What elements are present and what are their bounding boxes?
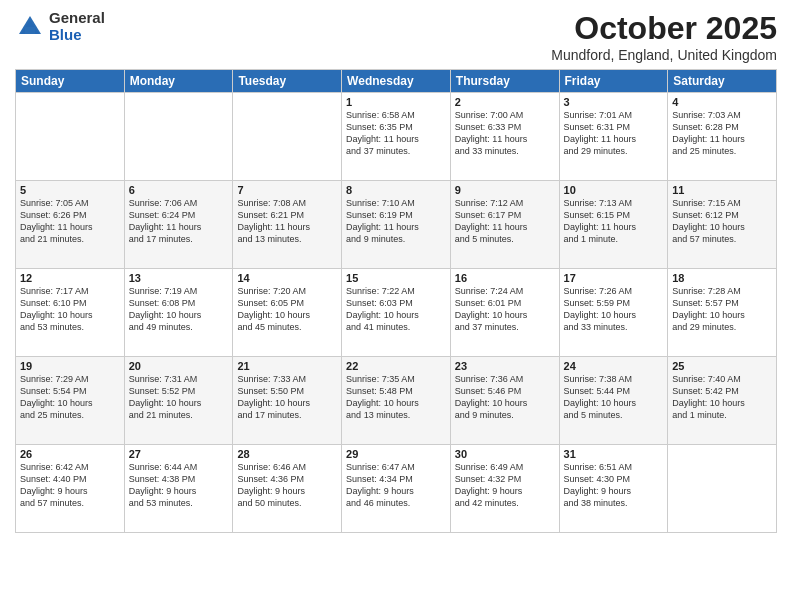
day-number: 29 xyxy=(346,448,446,460)
table-row xyxy=(16,93,125,181)
day-info: Sunrise: 7:40 AM Sunset: 5:42 PM Dayligh… xyxy=(672,373,772,422)
table-row: 5Sunrise: 7:05 AM Sunset: 6:26 PM Daylig… xyxy=(16,181,125,269)
table-row: 9Sunrise: 7:12 AM Sunset: 6:17 PM Daylig… xyxy=(450,181,559,269)
day-number: 5 xyxy=(20,184,120,196)
day-number: 14 xyxy=(237,272,337,284)
table-row: 4Sunrise: 7:03 AM Sunset: 6:28 PM Daylig… xyxy=(668,93,777,181)
day-number: 12 xyxy=(20,272,120,284)
day-number: 6 xyxy=(129,184,229,196)
col-monday: Monday xyxy=(124,70,233,93)
logo: General Blue xyxy=(15,10,105,43)
col-thursday: Thursday xyxy=(450,70,559,93)
day-number: 11 xyxy=(672,184,772,196)
day-number: 27 xyxy=(129,448,229,460)
logo-icon xyxy=(15,12,45,42)
table-row: 16Sunrise: 7:24 AM Sunset: 6:01 PM Dayli… xyxy=(450,269,559,357)
table-row: 14Sunrise: 7:20 AM Sunset: 6:05 PM Dayli… xyxy=(233,269,342,357)
day-info: Sunrise: 7:06 AM Sunset: 6:24 PM Dayligh… xyxy=(129,197,229,246)
day-number: 2 xyxy=(455,96,555,108)
day-number: 13 xyxy=(129,272,229,284)
table-row xyxy=(233,93,342,181)
table-row: 11Sunrise: 7:15 AM Sunset: 6:12 PM Dayli… xyxy=(668,181,777,269)
table-row: 2Sunrise: 7:00 AM Sunset: 6:33 PM Daylig… xyxy=(450,93,559,181)
page: General Blue October 2025 Mundford, Engl… xyxy=(0,0,792,612)
day-info: Sunrise: 6:58 AM Sunset: 6:35 PM Dayligh… xyxy=(346,109,446,158)
table-row xyxy=(668,445,777,533)
logo-text: General Blue xyxy=(49,10,105,43)
day-number: 19 xyxy=(20,360,120,372)
day-info: Sunrise: 7:26 AM Sunset: 5:59 PM Dayligh… xyxy=(564,285,664,334)
day-number: 4 xyxy=(672,96,772,108)
table-row: 15Sunrise: 7:22 AM Sunset: 6:03 PM Dayli… xyxy=(342,269,451,357)
day-number: 28 xyxy=(237,448,337,460)
calendar-header-row: Sunday Monday Tuesday Wednesday Thursday… xyxy=(16,70,777,93)
day-number: 24 xyxy=(564,360,664,372)
day-info: Sunrise: 7:03 AM Sunset: 6:28 PM Dayligh… xyxy=(672,109,772,158)
day-info: Sunrise: 6:49 AM Sunset: 4:32 PM Dayligh… xyxy=(455,461,555,510)
day-info: Sunrise: 7:31 AM Sunset: 5:52 PM Dayligh… xyxy=(129,373,229,422)
table-row: 24Sunrise: 7:38 AM Sunset: 5:44 PM Dayli… xyxy=(559,357,668,445)
day-info: Sunrise: 7:20 AM Sunset: 6:05 PM Dayligh… xyxy=(237,285,337,334)
table-row: 18Sunrise: 7:28 AM Sunset: 5:57 PM Dayli… xyxy=(668,269,777,357)
table-row: 8Sunrise: 7:10 AM Sunset: 6:19 PM Daylig… xyxy=(342,181,451,269)
day-number: 18 xyxy=(672,272,772,284)
day-number: 9 xyxy=(455,184,555,196)
table-row: 23Sunrise: 7:36 AM Sunset: 5:46 PM Dayli… xyxy=(450,357,559,445)
month-title: October 2025 xyxy=(551,10,777,47)
table-row xyxy=(124,93,233,181)
col-friday: Friday xyxy=(559,70,668,93)
day-number: 31 xyxy=(564,448,664,460)
day-number: 1 xyxy=(346,96,446,108)
day-info: Sunrise: 7:29 AM Sunset: 5:54 PM Dayligh… xyxy=(20,373,120,422)
table-row: 6Sunrise: 7:06 AM Sunset: 6:24 PM Daylig… xyxy=(124,181,233,269)
col-saturday: Saturday xyxy=(668,70,777,93)
table-row: 27Sunrise: 6:44 AM Sunset: 4:38 PM Dayli… xyxy=(124,445,233,533)
table-row: 20Sunrise: 7:31 AM Sunset: 5:52 PM Dayli… xyxy=(124,357,233,445)
day-info: Sunrise: 7:13 AM Sunset: 6:15 PM Dayligh… xyxy=(564,197,664,246)
day-info: Sunrise: 7:33 AM Sunset: 5:50 PM Dayligh… xyxy=(237,373,337,422)
table-row: 19Sunrise: 7:29 AM Sunset: 5:54 PM Dayli… xyxy=(16,357,125,445)
table-row: 17Sunrise: 7:26 AM Sunset: 5:59 PM Dayli… xyxy=(559,269,668,357)
calendar-week-row: 5Sunrise: 7:05 AM Sunset: 6:26 PM Daylig… xyxy=(16,181,777,269)
day-info: Sunrise: 7:01 AM Sunset: 6:31 PM Dayligh… xyxy=(564,109,664,158)
logo-general-text: General xyxy=(49,10,105,27)
day-number: 17 xyxy=(564,272,664,284)
table-row: 13Sunrise: 7:19 AM Sunset: 6:08 PM Dayli… xyxy=(124,269,233,357)
day-number: 3 xyxy=(564,96,664,108)
table-row: 7Sunrise: 7:08 AM Sunset: 6:21 PM Daylig… xyxy=(233,181,342,269)
day-info: Sunrise: 7:24 AM Sunset: 6:01 PM Dayligh… xyxy=(455,285,555,334)
day-number: 15 xyxy=(346,272,446,284)
day-number: 23 xyxy=(455,360,555,372)
day-info: Sunrise: 7:10 AM Sunset: 6:19 PM Dayligh… xyxy=(346,197,446,246)
day-number: 8 xyxy=(346,184,446,196)
day-info: Sunrise: 7:05 AM Sunset: 6:26 PM Dayligh… xyxy=(20,197,120,246)
calendar-week-row: 26Sunrise: 6:42 AM Sunset: 4:40 PM Dayli… xyxy=(16,445,777,533)
svg-rect-2 xyxy=(25,27,35,34)
col-tuesday: Tuesday xyxy=(233,70,342,93)
table-row: 28Sunrise: 6:46 AM Sunset: 4:36 PM Dayli… xyxy=(233,445,342,533)
table-row: 31Sunrise: 6:51 AM Sunset: 4:30 PM Dayli… xyxy=(559,445,668,533)
day-info: Sunrise: 7:35 AM Sunset: 5:48 PM Dayligh… xyxy=(346,373,446,422)
table-row: 3Sunrise: 7:01 AM Sunset: 6:31 PM Daylig… xyxy=(559,93,668,181)
table-row: 1Sunrise: 6:58 AM Sunset: 6:35 PM Daylig… xyxy=(342,93,451,181)
table-row: 22Sunrise: 7:35 AM Sunset: 5:48 PM Dayli… xyxy=(342,357,451,445)
day-info: Sunrise: 7:22 AM Sunset: 6:03 PM Dayligh… xyxy=(346,285,446,334)
table-row: 26Sunrise: 6:42 AM Sunset: 4:40 PM Dayli… xyxy=(16,445,125,533)
day-number: 10 xyxy=(564,184,664,196)
day-info: Sunrise: 7:17 AM Sunset: 6:10 PM Dayligh… xyxy=(20,285,120,334)
table-row: 25Sunrise: 7:40 AM Sunset: 5:42 PM Dayli… xyxy=(668,357,777,445)
calendar-week-row: 12Sunrise: 7:17 AM Sunset: 6:10 PM Dayli… xyxy=(16,269,777,357)
table-row: 21Sunrise: 7:33 AM Sunset: 5:50 PM Dayli… xyxy=(233,357,342,445)
day-number: 7 xyxy=(237,184,337,196)
table-row: 29Sunrise: 6:47 AM Sunset: 4:34 PM Dayli… xyxy=(342,445,451,533)
calendar: Sunday Monday Tuesday Wednesday Thursday… xyxy=(15,69,777,533)
day-info: Sunrise: 6:51 AM Sunset: 4:30 PM Dayligh… xyxy=(564,461,664,510)
header: General Blue October 2025 Mundford, Engl… xyxy=(15,10,777,63)
day-number: 22 xyxy=(346,360,446,372)
location-title: Mundford, England, United Kingdom xyxy=(551,47,777,63)
day-number: 20 xyxy=(129,360,229,372)
day-info: Sunrise: 7:36 AM Sunset: 5:46 PM Dayligh… xyxy=(455,373,555,422)
day-number: 30 xyxy=(455,448,555,460)
title-area: October 2025 Mundford, England, United K… xyxy=(551,10,777,63)
calendar-week-row: 1Sunrise: 6:58 AM Sunset: 6:35 PM Daylig… xyxy=(16,93,777,181)
